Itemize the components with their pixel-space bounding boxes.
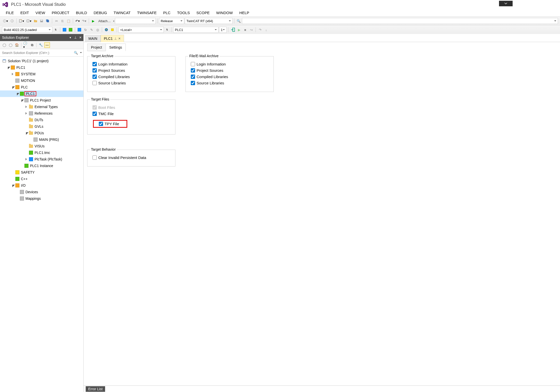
tree-item[interactable]: Devices	[0, 189, 83, 195]
tree-item[interactable]: Mappings	[0, 195, 83, 202]
platform-dropdown[interactable]: TwinCAT RT (x64)	[185, 18, 233, 24]
checkbox[interactable]	[92, 62, 97, 66]
find-button[interactable]: 🔍	[236, 18, 241, 24]
menu-plc[interactable]: PLC	[160, 9, 174, 16]
menu-scope[interactable]: SCOPE	[193, 9, 213, 16]
tree-item[interactable]: MAIN (PRG)	[0, 136, 83, 143]
step-button-2[interactable]: ↓	[263, 27, 269, 32]
tree-arrow-icon[interactable]	[25, 111, 29, 115]
tree-item[interactable]: PLC1	[0, 90, 83, 97]
menu-window[interactable]: WINDOW	[213, 9, 236, 16]
target-dropdown[interactable]: <Local>	[118, 27, 164, 33]
tree-item[interactable]: PLC	[0, 84, 83, 90]
checkbox[interactable]	[191, 62, 195, 66]
menu-build[interactable]: BUILD	[73, 9, 90, 16]
nav-forward-button[interactable]	[9, 18, 15, 24]
menu-twinsafe[interactable]: TWINSAFE	[134, 9, 160, 16]
tree-item[interactable]: DUTs	[0, 117, 83, 123]
build-version-dropdown[interactable]: Build 4022.25 (Loaded	[2, 27, 52, 33]
tc-activate-button[interactable]	[62, 27, 67, 32]
step-button-1[interactable]: ↷	[257, 27, 263, 32]
logout-button[interactable]: ↪	[248, 27, 254, 32]
search-icon[interactable]: 🔍	[74, 51, 78, 55]
checkbox[interactable]	[92, 155, 97, 160]
tab-close-icon[interactable]: ✕	[118, 37, 121, 40]
se-nav-back[interactable]: ◯	[2, 42, 7, 48]
tab-main[interactable]: MAIN	[85, 35, 101, 42]
menu-edit[interactable]: EDIT	[17, 9, 32, 16]
menu-help[interactable]: HELP	[236, 9, 253, 16]
checkbox[interactable]	[99, 122, 103, 126]
tree-item[interactable]: POUs	[0, 130, 83, 136]
paste-button[interactable]: 📋	[66, 18, 71, 24]
tree-item[interactable]: SYSTEM	[0, 71, 83, 77]
menu-view[interactable]: VIEW	[32, 9, 48, 16]
undo-button[interactable]: ↶▾	[75, 18, 81, 24]
menu-project[interactable]: PROJECT	[48, 9, 73, 16]
tree-item[interactable]: PLC1 Project	[0, 97, 83, 104]
tree-item[interactable]: PLC1.tmc	[0, 149, 83, 156]
cut-button[interactable]: ✂	[54, 18, 59, 24]
checkbox[interactable]	[191, 81, 195, 85]
tree-arrow-icon[interactable]	[11, 85, 15, 89]
title-dropdown[interactable]	[499, 1, 513, 6]
attach-button[interactable]: Attach…	[97, 18, 113, 24]
search-input[interactable]	[0, 49, 83, 56]
tree-arrow-icon[interactable]	[11, 183, 15, 187]
sub-tab-project[interactable]: Project	[87, 44, 106, 51]
tree-arrow-icon[interactable]	[25, 105, 29, 109]
open-file-button[interactable]	[33, 18, 38, 24]
redo-button[interactable]: ↷▾	[81, 18, 87, 24]
tc-btn-2[interactable]	[77, 27, 82, 32]
start-button[interactable]: ▶	[90, 18, 96, 24]
tree-item[interactable]: MOTION	[0, 77, 83, 84]
se-nav-fwd[interactable]: ◯	[8, 42, 13, 48]
attach-target-dropdown[interactable]	[115, 18, 156, 24]
se-showall-button[interactable]: ⧉	[29, 42, 35, 48]
tree-arrow-icon[interactable]	[11, 72, 15, 76]
se-home-button[interactable]: 🏠	[14, 42, 20, 48]
save-button[interactable]	[39, 18, 44, 24]
tc-btn-3[interactable]: ✎	[89, 27, 94, 32]
tc-toggle-button[interactable]	[110, 27, 115, 32]
menu-debug[interactable]: DEBUG	[90, 9, 110, 16]
checkbox[interactable]	[92, 81, 97, 85]
checkbox[interactable]	[191, 68, 195, 73]
tree-item[interactable]: GVLs	[0, 123, 83, 130]
project-dropdown[interactable]: PLC1	[173, 27, 219, 33]
se-properties-button[interactable]: 🔧	[38, 42, 44, 48]
tree-solution-root[interactable]: Solution 'PLC1' (1 project)	[0, 58, 83, 64]
close-icon[interactable]: ✕	[78, 36, 82, 40]
nav-back-button[interactable]: ▾	[2, 18, 9, 24]
stop-plc-button[interactable]: ■	[242, 27, 248, 32]
tree-arrow-icon[interactable]	[7, 66, 11, 70]
tree-item[interactable]: PLC1 Instance	[0, 162, 83, 169]
tree-arrow-icon[interactable]	[20, 98, 24, 102]
tree-arrow-icon[interactable]	[25, 131, 29, 135]
save-all-button[interactable]	[45, 18, 50, 24]
tree-arrow-icon[interactable]	[25, 157, 29, 161]
start-plc-button[interactable]: ▶	[236, 27, 242, 32]
menu-tools[interactable]: TOOLS	[174, 9, 193, 16]
tree-item[interactable]: VISUs	[0, 143, 83, 149]
new-project-button[interactable]: ▾	[18, 18, 25, 24]
tree-item[interactable]: PlcTask (PlcTask)	[0, 156, 83, 162]
tc-btn-5[interactable]: ⇅	[164, 27, 170, 32]
panel-dropdown-icon[interactable]: ▾	[68, 36, 72, 40]
tc-restart-button[interactable]	[68, 27, 73, 32]
menu-twincat[interactable]: TWINCAT	[110, 9, 134, 16]
tc-scan-button[interactable]	[104, 27, 109, 32]
se-preview-button[interactable]: —	[44, 42, 50, 48]
tc-btn-1[interactable]: ⇅	[53, 27, 58, 32]
search-dropdown-icon[interactable]	[80, 52, 82, 54]
se-refresh-button[interactable]: 🕓▾	[23, 42, 28, 48]
tree-item[interactable]: C++	[0, 176, 83, 182]
instance-dropdown[interactable]: 1	[219, 27, 227, 33]
find-dropdown[interactable]	[242, 18, 558, 24]
tc-reload-button[interactable]: ↻	[83, 27, 88, 32]
tab-pin-icon[interactable]: ⊥	[114, 37, 117, 40]
tree-item[interactable]: PLC1	[0, 64, 83, 71]
menu-file[interactable]: FILE	[3, 9, 17, 16]
checkbox[interactable]	[92, 68, 97, 73]
new-file-button[interactable]: ▾	[25, 18, 32, 24]
